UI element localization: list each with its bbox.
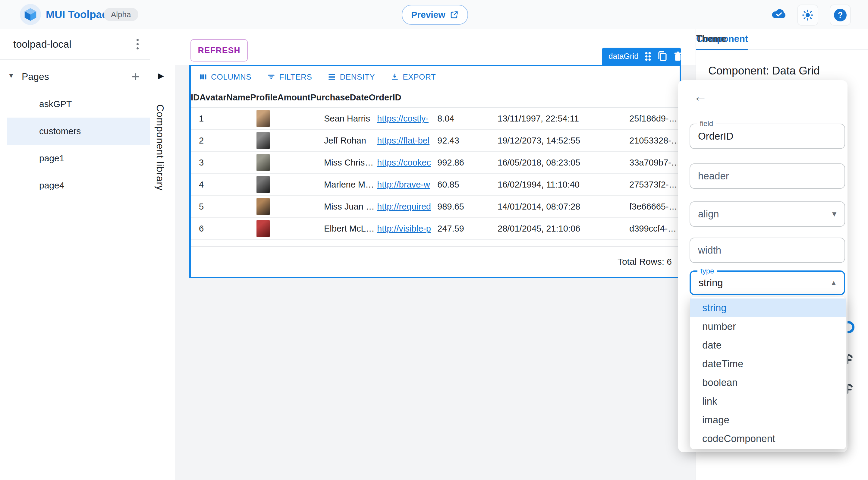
cell-name[interactable]: Miss Juan … xyxy=(324,202,377,212)
inspector-tab[interactable]: Theme xyxy=(696,29,726,49)
column-header[interactable]: PurchaseDate xyxy=(310,93,369,102)
column-header[interactable]: Name xyxy=(226,93,250,102)
cell-order-id[interactable]: 21053328-… xyxy=(629,136,680,146)
cell-amount[interactable]: 92.43 xyxy=(437,136,498,146)
column-header[interactable]: ID xyxy=(191,93,199,102)
cell-avatar[interactable] xyxy=(256,110,324,127)
cell-profile[interactable]: https://costly- xyxy=(377,114,437,124)
cell-profile[interactable]: https://flat-bel xyxy=(377,136,437,146)
density-button[interactable]: DENSITY xyxy=(328,72,375,82)
expand-arrow-icon[interactable]: ▶ xyxy=(158,71,164,81)
type-option[interactable]: image xyxy=(690,411,846,429)
column-header[interactable]: Avatar xyxy=(199,93,226,102)
table-row[interactable]: 1 Sean Harris https://costly- 8.04 13/11… xyxy=(191,108,680,130)
column-header[interactable]: OrderID xyxy=(369,93,401,102)
profile-link[interactable]: https://cookec xyxy=(377,158,431,167)
cell-avatar[interactable] xyxy=(256,198,324,215)
sidebar-page-item[interactable]: page4 xyxy=(7,172,150,199)
profile-link[interactable]: https://flat-bel xyxy=(377,136,430,145)
cloud-done-icon[interactable] xyxy=(770,8,787,20)
filters-button[interactable]: FILTERS xyxy=(267,72,312,82)
profile-link[interactable]: http://required xyxy=(377,202,431,211)
profile-link[interactable]: http://visible-p xyxy=(377,224,431,233)
cell-avatar[interactable] xyxy=(256,220,324,237)
cell-id[interactable]: 6 xyxy=(191,224,256,234)
cell-purchase-date[interactable]: 14/01/2014, 08:07:28 xyxy=(498,202,629,212)
drag-indicator-icon[interactable] xyxy=(644,51,652,61)
help-button[interactable]: ? xyxy=(830,4,851,26)
datagrid-component[interactable]: COLUMNS FILTERS xyxy=(189,65,681,278)
cell-order-id[interactable]: 33a709b7-… xyxy=(629,158,680,168)
header-input[interactable]: header xyxy=(689,163,845,189)
table-row[interactable]: 6 Elbert McL… http://visible-p 247.59 28… xyxy=(191,218,680,240)
project-menu-button[interactable] xyxy=(131,37,144,51)
cell-name[interactable]: Elbert McL… xyxy=(324,224,377,234)
profile-link[interactable]: https://costly- xyxy=(377,114,429,123)
align-select[interactable]: align ▼ xyxy=(689,202,845,227)
export-button[interactable]: EXPORT xyxy=(391,72,436,82)
back-button[interactable]: ← xyxy=(692,88,709,105)
cell-order-id[interactable]: d399ccf4-… xyxy=(629,224,680,234)
cell-amount[interactable]: 8.04 xyxy=(437,114,498,124)
duplicate-icon[interactable] xyxy=(657,51,668,62)
cell-amount[interactable]: 247.59 xyxy=(437,224,498,234)
cell-purchase-date[interactable]: 19/12/2073, 14:52:55 xyxy=(498,136,629,146)
cell-avatar[interactable] xyxy=(256,154,324,171)
cell-name[interactable]: Jeff Rohan xyxy=(324,136,377,146)
cell-id[interactable]: 5 xyxy=(191,202,256,212)
refresh-button[interactable]: REFRESH xyxy=(190,39,248,61)
cell-id[interactable]: 1 xyxy=(191,114,256,124)
type-option[interactable]: boolean xyxy=(690,373,846,392)
cell-order-id[interactable]: f3e66665-… xyxy=(629,202,680,212)
cell-name[interactable]: Miss Chris… xyxy=(324,158,377,168)
field-input[interactable]: field OrderID xyxy=(689,124,845,149)
light-mode-button[interactable] xyxy=(797,4,818,26)
preview-button[interactable]: Preview xyxy=(402,5,468,25)
type-option[interactable]: number xyxy=(690,317,846,336)
cell-purchase-date[interactable]: 13/11/1997, 22:54:11 xyxy=(498,114,629,124)
type-option[interactable]: string xyxy=(690,299,846,317)
cell-profile[interactable]: http://required xyxy=(377,202,437,212)
cell-order-id[interactable]: 25f186d9-… xyxy=(629,114,680,124)
selection-chip[interactable]: dataGrid xyxy=(602,48,681,65)
type-option[interactable]: link xyxy=(690,392,846,411)
cell-amount[interactable]: 989.65 xyxy=(437,202,498,212)
cell-purchase-date[interactable]: 16/05/2018, 08:23:05 xyxy=(498,158,629,168)
columns-button[interactable]: COLUMNS xyxy=(199,72,251,82)
cell-purchase-date[interactable]: 16/02/1994, 11:10:40 xyxy=(498,180,629,190)
width-input[interactable]: width xyxy=(689,238,845,263)
table-row[interactable]: 5 Miss Juan … http://required 989.65 14/… xyxy=(191,196,680,218)
cell-id[interactable]: 2 xyxy=(191,136,256,146)
cell-order-id[interactable]: 275373f2-… xyxy=(629,180,680,190)
cell-profile[interactable]: https://cookec xyxy=(377,158,437,168)
sidebar-page-item[interactable]: page1 xyxy=(7,145,150,172)
cell-amount[interactable]: 60.85 xyxy=(437,180,498,190)
profile-link[interactable]: http://brave-w xyxy=(377,180,430,189)
cell-profile[interactable]: http://visible-p xyxy=(377,224,437,234)
cell-avatar[interactable] xyxy=(256,176,324,193)
type-select[interactable]: type string ▲ xyxy=(689,270,845,295)
cell-name[interactable]: Sean Harris xyxy=(324,114,377,124)
chevron-down-icon[interactable]: ▼ xyxy=(831,210,838,218)
sidebar-page-item[interactable]: customers xyxy=(7,118,150,145)
component-library-rail[interactable]: ▶ Component library xyxy=(150,29,176,480)
cell-profile[interactable]: http://brave-w xyxy=(377,180,437,190)
column-header[interactable]: Amount xyxy=(277,93,310,102)
type-option[interactable]: date xyxy=(690,336,846,355)
cell-id[interactable]: 3 xyxy=(191,158,256,168)
chevron-up-icon[interactable]: ▲ xyxy=(830,278,837,287)
table-row[interactable]: 3 Miss Chris… https://cookec 992.86 16/0… xyxy=(191,152,680,174)
delete-icon[interactable] xyxy=(673,51,683,62)
collapse-caret-icon[interactable]: ▼ xyxy=(8,72,14,80)
type-option[interactable]: codeComponent xyxy=(690,429,846,448)
column-header[interactable]: Profile xyxy=(250,93,277,102)
cell-avatar[interactable] xyxy=(256,132,324,149)
add-page-button[interactable]: + xyxy=(127,67,144,86)
cell-purchase-date[interactable]: 28/01/2045, 21:10:06 xyxy=(498,224,629,234)
table-row[interactable]: 2 Jeff Rohan https://flat-bel 92.43 19/1… xyxy=(191,130,680,152)
cell-name[interactable]: Marlene M… xyxy=(324,180,377,190)
cell-id[interactable]: 4 xyxy=(191,180,256,190)
type-option[interactable]: dateTime xyxy=(690,355,846,373)
table-row[interactable]: 4 Marlene M… http://brave-w 60.85 16/02/… xyxy=(191,174,680,196)
cell-amount[interactable]: 992.86 xyxy=(437,158,498,168)
